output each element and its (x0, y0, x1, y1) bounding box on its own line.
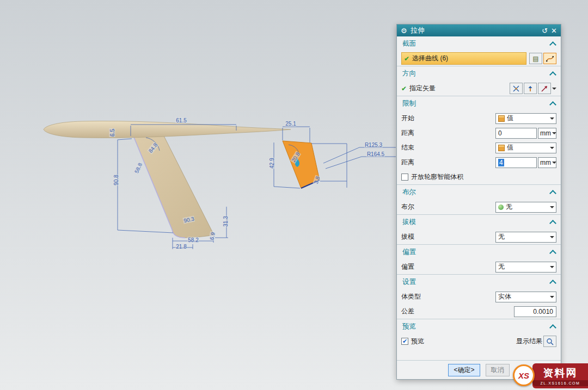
section-curve: 截面 ✔ 选择曲线 (6) ▤ (397, 36, 561, 66)
dim-label: 58.2 (187, 237, 199, 243)
dropdown-arrow-icon (550, 206, 554, 208)
section-header-curve[interactable]: 截面 (397, 36, 561, 51)
chevron-up-icon[interactable] (549, 250, 556, 257)
cancel-button[interactable]: 取消 (486, 364, 510, 376)
dropdown-arrow-icon (550, 236, 554, 238)
open-profile-label: 开放轮廓智能体积 (411, 172, 463, 182)
chevron-up-icon[interactable] (549, 41, 556, 48)
section-boolean: 布尔 布尔 无 (397, 184, 561, 214)
preview-checkbox[interactable]: ✔ (401, 338, 408, 345)
start-distance-label: 距离 (401, 128, 414, 138)
dim-label: R164.5 (366, 151, 385, 157)
curve-rule-button[interactable]: ▤ (529, 53, 542, 64)
dropdown-arrow-icon (550, 266, 554, 268)
boolean-label: 布尔 (401, 202, 414, 212)
tail-fin-body[interactable] (133, 136, 214, 238)
end-distance-value: 4 (498, 159, 504, 166)
start-unit-dropdown[interactable]: mm (538, 128, 556, 139)
cube-icon (498, 145, 505, 151)
dim-label: 42.9 (269, 157, 275, 169)
chevron-up-icon[interactable] (549, 101, 556, 108)
boolean-value: 无 (506, 202, 548, 212)
select-curve-label: 选择曲线 (6) (412, 54, 448, 63)
draft-label: 拔模 (401, 232, 414, 242)
reverse-direction-button[interactable] (524, 83, 537, 94)
body-type-dropdown[interactable]: 实体 (495, 292, 556, 302)
section-header-label: 布尔 (402, 188, 416, 197)
dim-label: 61.5 (175, 117, 187, 123)
start-distance-input[interactable]: 0 (495, 128, 537, 139)
section-header-settings[interactable]: 设置 (397, 275, 561, 289)
cube-icon (498, 115, 505, 122)
section-offset: 偏置 偏置 无 (397, 244, 561, 274)
chevron-up-icon[interactable] (549, 190, 556, 197)
unit-label: mm (540, 159, 551, 166)
draft-value: 无 (498, 232, 548, 242)
undo-icon[interactable]: ↺ (542, 27, 548, 34)
sketch-section-button[interactable] (543, 53, 556, 64)
preview-label: 预览 (411, 337, 424, 346)
section-header-draft[interactable]: 拔模 (397, 215, 561, 230)
dim-label: 25.1 (285, 121, 296, 127)
section-header-boolean[interactable]: 布尔 (397, 185, 561, 200)
section-header-label: 方向 (402, 69, 416, 78)
checkmark-icon: ✔ (401, 85, 407, 92)
show-result-label: 显示结果 (516, 337, 542, 346)
dropdown-arrow-icon (550, 296, 554, 298)
open-profile-checkbox[interactable] (401, 174, 408, 181)
section-header-label: 限制 (402, 99, 416, 108)
close-icon[interactable]: ✕ (551, 27, 557, 34)
tolerance-input[interactable]: 0.0010 (514, 306, 556, 317)
offset-dropdown[interactable]: 无 (495, 262, 556, 273)
reverse-arrow-icon (526, 85, 534, 92)
vector-constructor-icon (512, 85, 520, 92)
dropdown-arrow-icon (552, 132, 556, 134)
dialog-title: 拉伸 (411, 26, 539, 35)
section-settings: 设置 体类型 实体 公差 0.0010 (397, 274, 561, 319)
end-method-dropdown[interactable]: 值 (495, 143, 556, 153)
vector-method-button[interactable] (538, 83, 551, 94)
application-window: 61.5 6.5 84.8 90.8 58.8 90.3 58.2 21.8 6… (0, 0, 588, 390)
section-header-direction[interactable]: 方向 (397, 66, 561, 81)
ok-button[interactable]: <确定> (448, 364, 480, 376)
chevron-up-icon[interactable] (549, 324, 556, 331)
section-direction: 方向 ✔ 指定矢量 (397, 66, 561, 96)
section-header-preview[interactable]: 预览 (397, 319, 561, 334)
curve-icon (546, 55, 554, 63)
select-curve-field[interactable]: ✔ 选择曲线 (6) (401, 52, 526, 65)
end-distance-label: 距离 (401, 158, 414, 167)
section-preview: 预览 ✔ 预览 显示结果 (397, 319, 561, 349)
watermark-logo: XS (513, 364, 535, 386)
dim-label: 21.8 (175, 244, 187, 250)
unit-label: mm (540, 129, 551, 137)
start-method-value: 值 (507, 114, 548, 123)
end-distance-input[interactable]: 4 (495, 157, 537, 168)
section-header-label: 设置 (402, 277, 416, 287)
dim-label: 90.8 (113, 174, 119, 185)
section-header-label: 拔模 (402, 218, 416, 227)
draft-dropdown[interactable]: 无 (495, 232, 556, 243)
dropdown-arrow-icon[interactable] (552, 88, 556, 90)
boolean-dropdown[interactable]: 无 (495, 202, 556, 213)
chevron-up-icon[interactable] (549, 220, 556, 227)
dropdown-arrow-icon (552, 162, 556, 164)
fuselage-body[interactable] (44, 121, 291, 138)
watermark: XS 资料网 ZL.XS1616.COM (532, 363, 588, 388)
checkmark-icon: ✔ (404, 55, 409, 63)
chevron-up-icon[interactable] (549, 71, 556, 78)
end-unit-dropdown[interactable]: mm (538, 157, 556, 168)
vector-dialog-button[interactable] (510, 83, 523, 94)
section-header-offset[interactable]: 偏置 (397, 245, 561, 259)
section-draft: 拔模 拔模 无 (397, 214, 561, 244)
start-label: 开始 (401, 114, 414, 123)
tolerance-value: 0.0010 (533, 308, 553, 315)
watermark-url: ZL.XS1616.COM (532, 380, 588, 386)
section-header-limits[interactable]: 限制 (397, 96, 561, 111)
dialog-titlebar[interactable]: ⚙ 拉伸 ↺ ✕ (397, 24, 561, 36)
section-limits: 限制 开始 值 距离 0 (397, 96, 561, 184)
start-method-dropdown[interactable]: 值 (495, 113, 556, 124)
dim-label: 6.5 (109, 128, 115, 137)
chevron-up-icon[interactable] (549, 280, 556, 287)
show-result-button[interactable] (543, 336, 556, 347)
gear-icon: ⚙ (401, 27, 407, 34)
